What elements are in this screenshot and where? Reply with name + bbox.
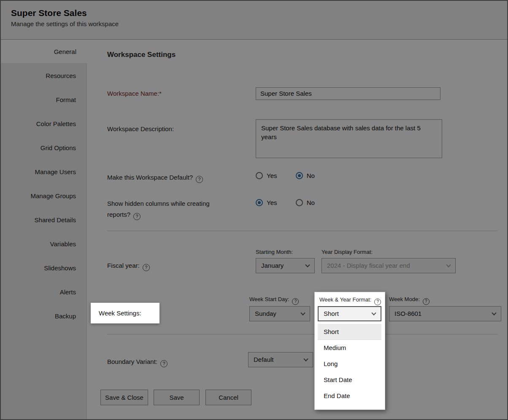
week-year-format-menu: Short Medium Long Start Date End Date bbox=[318, 324, 381, 404]
chevron-down-icon bbox=[371, 311, 376, 315]
menu-option-end-date[interactable]: End Date bbox=[318, 388, 381, 404]
help-icon[interactable] bbox=[374, 299, 381, 305]
workspace-settings-window: Super Store Sales Manage the settings of… bbox=[0, 0, 508, 420]
menu-option-long[interactable]: Long bbox=[318, 356, 381, 372]
week-year-format-select[interactable]: Short bbox=[318, 306, 381, 321]
dim-overlay bbox=[1, 1, 507, 419]
menu-option-start-date[interactable]: Start Date bbox=[318, 372, 381, 388]
week-year-format-label: Week & Year Format: bbox=[319, 296, 381, 304]
week-year-format-label-text: Week & Year Format: bbox=[319, 296, 371, 303]
week-year-format-popup: Week & Year Format: Short Short Medium L… bbox=[314, 292, 385, 410]
week-year-format-value: Short bbox=[324, 310, 339, 317]
menu-option-medium[interactable]: Medium bbox=[318, 340, 381, 356]
week-settings-label: Week Settings: bbox=[91, 303, 159, 323]
menu-option-short[interactable]: Short bbox=[318, 324, 381, 340]
